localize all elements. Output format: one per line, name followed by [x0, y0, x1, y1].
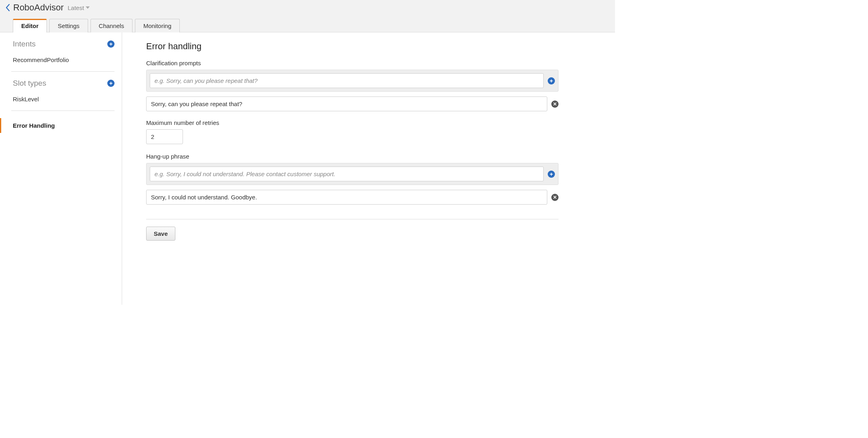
bot-title: RoboAdvisor [13, 2, 64, 13]
divider [146, 219, 559, 219]
version-selector[interactable]: Latest [68, 4, 90, 11]
tab-monitoring[interactable]: Monitoring [135, 19, 180, 32]
remove-clarification-icon[interactable]: ✕ [551, 100, 559, 108]
tab-settings[interactable]: Settings [49, 19, 88, 32]
caret-down-icon [86, 6, 90, 9]
intents-heading: Intents [13, 40, 36, 48]
slot-types-heading: Slot types [13, 79, 46, 88]
tab-channels[interactable]: Channels [90, 19, 133, 32]
clarification-add-input[interactable] [150, 73, 544, 88]
divider [11, 111, 115, 111]
save-button[interactable]: Save [146, 227, 175, 241]
tab-editor[interactable]: Editor [13, 19, 47, 32]
back-chevron-icon[interactable] [6, 4, 10, 11]
add-intent-icon[interactable]: + [107, 40, 115, 48]
main-content: Error handling Clarification prompts + ✕… [122, 32, 563, 305]
sidebar-error-handling[interactable]: Error Handling [0, 118, 122, 133]
hangup-item-input[interactable] [146, 190, 547, 205]
retries-label: Maximum number of retries [146, 119, 559, 126]
divider [11, 71, 115, 72]
retries-input[interactable] [146, 129, 183, 144]
clarification-add-row: + [146, 70, 559, 92]
add-hangup-icon[interactable]: + [548, 171, 555, 178]
header-bar: RoboAdvisor Latest Editor Settings Chann… [0, 0, 615, 32]
clarification-item-row: ✕ [146, 96, 559, 111]
add-slot-type-icon[interactable]: + [107, 80, 115, 87]
remove-hangup-icon[interactable]: ✕ [551, 194, 559, 201]
breadcrumb: RoboAdvisor Latest [4, 0, 611, 13]
add-clarification-icon[interactable]: + [548, 77, 555, 84]
sidebar: Intents + RecommendPortfolio Slot types … [0, 32, 122, 305]
hangup-add-input[interactable] [150, 167, 544, 181]
hangup-item-row: ✕ [146, 190, 559, 205]
clarification-item-input[interactable] [146, 96, 547, 111]
version-label: Latest [68, 4, 84, 11]
tabs: Editor Settings Channels Monitoring [4, 13, 611, 32]
clarification-prompts-label: Clarification prompts [146, 60, 559, 66]
page-title: Error handling [146, 41, 559, 52]
hangup-add-row: + [146, 163, 559, 185]
hangup-label: Hang-up phrase [146, 153, 559, 160]
sidebar-intent-item[interactable]: RecommendPortfolio [0, 52, 122, 67]
sidebar-slot-type-item[interactable]: RiskLevel [0, 92, 122, 106]
